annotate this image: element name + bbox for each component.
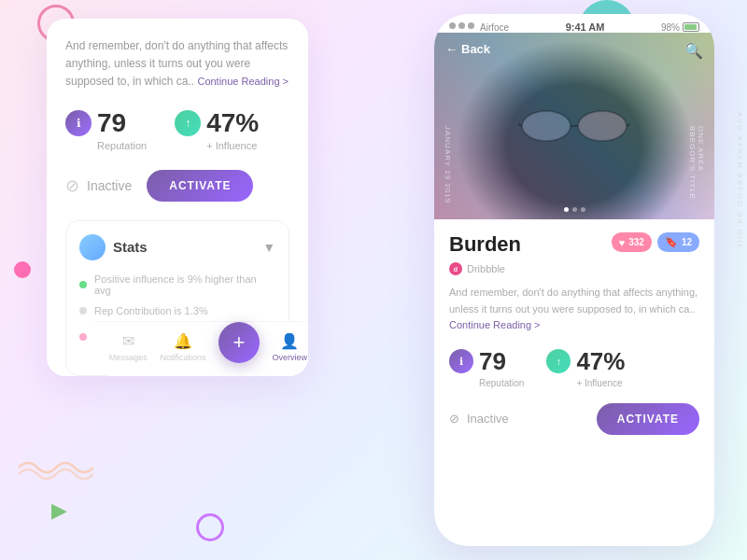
nav-notifications[interactable]: 🔔 Notifications — [160, 332, 205, 362]
continue-reading-link[interactable]: Continue Reading > — [197, 76, 289, 87]
bookmark-count: 12 — [682, 237, 692, 247]
nav-messages-label: Messages — [109, 353, 148, 362]
stats-row: ℹ 79 Reputation ↑ 47% + Influence — [65, 108, 289, 151]
phone-stats-row: ℹ 79 Reputation ↑ 47% + Influence — [449, 347, 699, 388]
right-phone: Airfoce 9:41 AM 98% ← Back 🔍 JANUARY 29 … — [434, 14, 714, 546]
nav-notifications-label: Notifications — [160, 353, 205, 362]
hearts-count: 332 — [628, 237, 644, 247]
phone-toggle-icon: ⊘ — [449, 412, 459, 426]
action-row: ⊘ Inactive ACTIVATE — [65, 170, 289, 202]
reputation-icon: ℹ — [65, 110, 92, 136]
bg-play-icon: ▶ — [51, 498, 67, 523]
heart-icon: ♥ — [619, 237, 626, 248]
status-bar: Airfoce 9:41 AM 98% — [434, 14, 714, 33]
influence-label: + Influence — [206, 140, 257, 151]
svg-point-1 — [578, 111, 627, 141]
dot-green-icon — [79, 281, 87, 288]
back-button[interactable]: ← Back — [445, 42, 490, 56]
hearts-badge[interactable]: ♥ 332 — [612, 232, 652, 252]
phone-influence-stat: ↑ 47% + Influence — [546, 347, 625, 388]
bookmark-badge[interactable]: 🔖 12 — [657, 232, 699, 252]
reputation-value: 79 — [97, 108, 126, 138]
phone-reputation-value: 79 — [479, 347, 506, 376]
svg-point-0 — [522, 111, 571, 141]
phone-inactive-toggle: ⊘ Inactive — [449, 412, 509, 426]
phone-reputation-stat: ℹ 79 Reputation — [449, 347, 524, 388]
stats-section-title: Stats — [113, 239, 148, 255]
influence-value: 47% — [206, 108, 259, 138]
chevron-down-icon[interactable]: ▼ — [262, 240, 275, 255]
phone-influence-icon: ↑ — [546, 349, 571, 373]
phone-title: Burden — [449, 232, 521, 257]
overview-icon: 👤 — [280, 332, 299, 350]
phone-description: And remember, don't do anything that aff… — [449, 285, 699, 334]
phone-influence-label: + Influence — [576, 378, 622, 388]
activate-button[interactable]: ACTIVATE — [147, 170, 253, 202]
phone-content: Burden ♥ 332 🔖 12 d Dribbble And remembe… — [434, 219, 714, 448]
source-label: Dribbble — [467, 263, 505, 274]
nav-overview-label: Overview — [273, 353, 308, 362]
stat-line-2: Rep Contribution is 1.3% — [79, 305, 275, 316]
reputation-label: Reputation — [97, 140, 147, 151]
phone-reputation-icon: ℹ — [449, 349, 473, 373]
phone-title-row: Burden ♥ 332 🔖 12 — [449, 232, 699, 257]
nav-messages[interactable]: ✉ Messages — [109, 332, 148, 362]
bg-vertical-text: AVD AFELH BBFOC S9 DIII — [736, 112, 744, 248]
search-button[interactable]: 🔍 — [684, 42, 703, 60]
messages-icon: ✉ — [122, 332, 134, 350]
left-card: And remember, don't do anything that aff… — [47, 19, 308, 376]
dribbble-icon: d — [449, 262, 462, 275]
phone-source: d Dribbble — [449, 262, 699, 275]
bookmark-icon: 🔖 — [665, 236, 678, 248]
bg-waves — [19, 454, 93, 485]
influence-icon: ↑ — [175, 110, 201, 136]
dot-gray-icon — [79, 307, 87, 315]
influence-stat: ↑ 47% + Influence — [175, 108, 259, 151]
inactive-text: Inactive — [87, 178, 132, 193]
card-description: And remember, don't do anything that aff… — [65, 37, 289, 91]
phone-action-row: ⊘ Inactive ACTIVATE — [449, 403, 699, 435]
nav-overview[interactable]: 👤 Overview — [273, 332, 308, 362]
nav-plus-button[interactable]: + — [218, 322, 260, 363]
reputation-stat: ℹ 79 Reputation — [65, 108, 147, 151]
phone-reputation-label: Reputation — [479, 378, 524, 388]
phone-inactive-text: Inactive — [467, 412, 509, 426]
stat-line-1: Positive influence is 9% higher than avg — [79, 273, 275, 296]
carrier-label: Airfoce — [480, 22, 509, 33]
phone-continue-link[interactable]: Continue Reading > — [449, 319, 541, 330]
bottom-nav: ✉ Messages 🔔 Notifications + 👤 Overview … — [93, 321, 308, 376]
inactive-toggle: ⊘ Inactive — [65, 175, 132, 196]
signal-dots: Airfoce — [449, 22, 509, 33]
phone-influence-value: 47% — [576, 347, 625, 376]
battery-indicator: 98% — [661, 22, 699, 33]
battery-icon — [683, 22, 699, 32]
notifications-icon: 🔔 — [174, 332, 192, 350]
hearts-row: ♥ 332 🔖 12 — [612, 232, 699, 252]
photo-area: ← Back 🔍 JANUARY 29 2019 ONE AREA BBEGOR… — [434, 33, 714, 219]
photo-dots — [434, 207, 714, 212]
stats-header: Stats ▼ — [79, 234, 275, 260]
stats-section-icon — [79, 234, 106, 260]
bg-circle-pink — [14, 261, 31, 278]
bg-circle-outline-bottom — [196, 513, 224, 541]
time-label: 9:41 AM — [566, 21, 605, 33]
photo-date-right: ONE AREA BBEGOR'S TITLE — [688, 126, 705, 219]
photo-date-left: JANUARY 29 2019 — [444, 126, 452, 203]
toggle-icon: ⊘ — [65, 175, 79, 196]
phone-activate-button[interactable]: ACTIVATE — [597, 403, 699, 435]
dot-red-icon — [79, 333, 87, 341]
